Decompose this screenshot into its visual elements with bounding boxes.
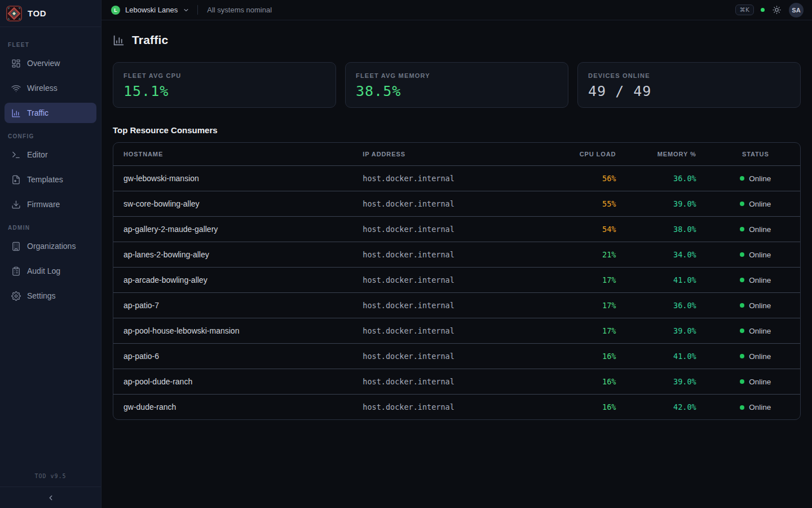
cell-hostname: ap-lanes-2-bowling-alley — [113, 242, 354, 267]
cell-cpu-load: 16% — [546, 394, 625, 419]
page-content: Traffic FLEET AVG CPU15.1%FLEET AVG MEMO… — [102, 20, 812, 431]
sidebar-collapse-button[interactable] — [45, 492, 57, 504]
org-avatar: L — [111, 6, 120, 15]
sidebar-section-label-admin: ADMIN — [8, 225, 93, 231]
table-row[interactable]: ap-lanes-2-bowling-alleyhost.docker.inte… — [113, 242, 800, 267]
status-text: Online — [749, 174, 771, 183]
table-row[interactable]: gw-lebowski-mansionhost.docker.internal5… — [113, 165, 800, 191]
cell-hostname: ap-patio-7 — [113, 292, 354, 318]
sidebar-item-traffic[interactable]: Traffic — [5, 103, 96, 123]
stat-value: 15.1% — [123, 83, 325, 99]
cell-ip-address: host.docker.internal — [354, 394, 546, 419]
online-dot-icon — [740, 278, 744, 282]
app-title: TOD — [28, 8, 46, 18]
cell-ip-address: host.docker.internal — [354, 165, 546, 191]
file-icon — [11, 175, 21, 185]
cell-hostname: ap-pool-dude-ranch — [113, 369, 354, 394]
status-badge: Online — [740, 251, 771, 259]
cell-status: Online — [711, 292, 800, 318]
table-row[interactable]: gw-dude-ranchhost.docker.internal16%42.0… — [113, 394, 800, 419]
sidebar-item-label: Audit Log — [27, 266, 60, 275]
online-dot-icon — [740, 379, 744, 384]
status-text: Online — [749, 200, 771, 208]
table-row[interactable]: ap-patio-7host.docker.internal17%36.0%On… — [113, 292, 800, 318]
sidebar-item-editor[interactable]: Editor — [5, 144, 96, 165]
cell-memory: 41.0% — [625, 343, 710, 369]
cell-cpu-load: 17% — [546, 318, 625, 343]
theme-toggle-button[interactable] — [771, 5, 782, 15]
stat-label: FLEET AVG CPU — [123, 72, 325, 79]
org-switcher[interactable]: L Lebowski Lanes — [111, 6, 189, 15]
app-version: TOD v9.5 — [0, 473, 101, 487]
stat-cards: FLEET AVG CPU15.1%FLEET AVG MEMORY38.5%D… — [113, 62, 801, 108]
online-dot-icon — [740, 176, 744, 181]
cell-memory: 39.0% — [625, 191, 710, 216]
sidebar-item-label: Organizations — [27, 242, 76, 251]
download-icon — [11, 200, 21, 209]
sidebar-item-label: Settings — [27, 291, 56, 300]
sidebar-item-templates[interactable]: Templates — [5, 169, 96, 190]
status-badge: Online — [740, 276, 771, 284]
table-row[interactable]: ap-gallery-2-maude-galleryhost.docker.in… — [113, 216, 800, 242]
org-name: Lebowski Lanes — [125, 6, 178, 14]
cell-hostname: ap-arcade-bowling-alley — [113, 267, 354, 292]
sidebar-section-label-fleet: FLEET — [8, 42, 93, 48]
sidebar-item-organizations[interactable]: Organizations — [5, 236, 96, 256]
sidebar-item-label: Traffic — [27, 108, 48, 117]
grid-icon — [11, 59, 21, 68]
status-badge: Online — [740, 174, 771, 183]
cell-hostname: ap-patio-6 — [113, 343, 354, 369]
sidebar-item-overview[interactable]: Overview — [5, 53, 96, 73]
stat-value: 49 / 49 — [588, 83, 790, 99]
sidebar-item-audit-log[interactable]: Audit Log — [5, 261, 96, 281]
table-row[interactable]: ap-patio-6host.docker.internal16%41.0%On… — [113, 343, 800, 369]
sidebar-item-firmware[interactable]: Firmware — [5, 194, 96, 214]
online-dot-icon — [740, 354, 744, 358]
status-badge: Online — [740, 378, 771, 386]
cell-cpu-load: 54% — [546, 216, 625, 242]
cell-status: Online — [711, 369, 800, 394]
sidebar-item-label: Editor — [27, 150, 48, 159]
collapse-bar — [0, 487, 101, 508]
cell-memory: 36.0% — [625, 165, 710, 191]
status-text: Online — [749, 301, 771, 310]
sidebar-item-label: Wireless — [27, 84, 58, 93]
user-avatar[interactable]: SA — [789, 3, 804, 17]
online-dot-icon — [740, 227, 744, 231]
cell-cpu-load: 21% — [546, 242, 625, 267]
stat-label: FLEET AVG MEMORY — [356, 72, 558, 79]
status-badge: Online — [740, 301, 771, 310]
connection-status-dot — [761, 8, 765, 12]
stat-card-devices-online: DEVICES ONLINE49 / 49 — [577, 62, 801, 108]
cell-hostname: gw-lebowski-mansion — [113, 165, 354, 191]
cell-ip-address: host.docker.internal — [354, 318, 546, 343]
status-badge: Online — [740, 327, 771, 335]
table-row[interactable]: ap-pool-dude-ranchhost.docker.internal16… — [113, 369, 800, 394]
stat-value: 38.5% — [356, 83, 558, 99]
command-palette-shortcut[interactable]: ⌘K — [735, 5, 754, 15]
status-badge: Online — [740, 200, 771, 208]
table-header-row: HOSTNAMEIP ADDRESSCPU LOADMEMORY %STATUS — [113, 143, 800, 165]
app-root: TOD FLEETOverviewWirelessTrafficCONFIGEd… — [0, 0, 812, 508]
cell-status: Online — [711, 267, 800, 292]
cell-status: Online — [711, 165, 800, 191]
cell-hostname: gw-dude-ranch — [113, 394, 354, 419]
stat-card-fleet-avg-cpu: FLEET AVG CPU15.1% — [113, 62, 336, 108]
status-badge: Online — [740, 403, 771, 411]
cell-ip-address: host.docker.internal — [354, 369, 546, 394]
table-row[interactable]: ap-arcade-bowling-alleyhost.docker.inter… — [113, 267, 800, 292]
chevron-left-icon — [47, 494, 55, 502]
sun-icon — [773, 6, 781, 14]
status-text: Online — [749, 352, 771, 361]
table-row[interactable]: sw-core-bowling-alleyhost.docker.interna… — [113, 191, 800, 216]
app-logo[interactable]: TOD — [0, 0, 101, 27]
wifi-icon — [11, 84, 21, 93]
sidebar-item-settings[interactable]: Settings — [5, 286, 96, 306]
sidebar-item-wireless[interactable]: Wireless — [5, 78, 96, 98]
cell-ip-address: host.docker.internal — [354, 343, 546, 369]
cell-cpu-load: 16% — [546, 343, 625, 369]
table-row[interactable]: ap-pool-house-lebowski-mansionhost.docke… — [113, 318, 800, 343]
cell-hostname: ap-pool-house-lebowski-mansion — [113, 318, 354, 343]
cell-status: Online — [711, 343, 800, 369]
app-logo-icon — [6, 6, 22, 21]
